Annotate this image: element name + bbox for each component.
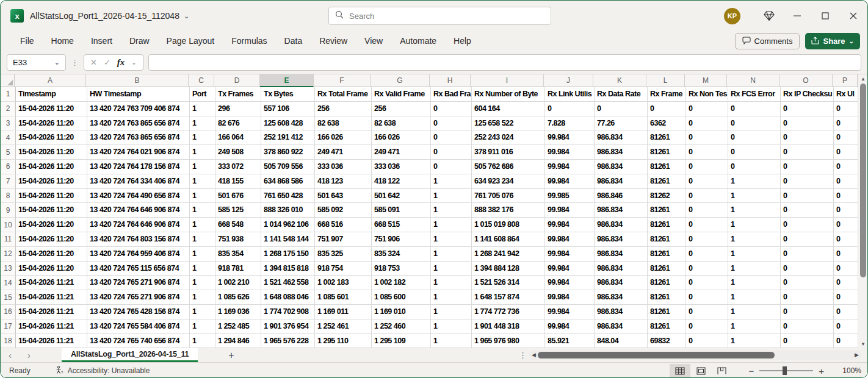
cell-A17[interactable]: 15-04-2026 11:21 xyxy=(16,319,87,334)
cell-L13[interactable]: 81261 xyxy=(648,262,686,276)
cell-N12[interactable]: 1 xyxy=(728,247,781,262)
cell-E1[interactable]: Tx Bytes xyxy=(261,87,315,102)
insert-function-icon[interactable]: fx xyxy=(117,57,125,68)
cell-A9[interactable]: 15-04-2026 11:20 xyxy=(16,203,87,218)
share-button[interactable]: Share ⌄ xyxy=(805,33,860,49)
cell-B2[interactable]: 13 420 724 763 709 406 874 xyxy=(87,102,190,116)
cell-K3[interactable]: 77.26 xyxy=(595,116,648,131)
cell-O17[interactable]: 0 xyxy=(781,319,834,334)
zoom-percentage[interactable]: 100% xyxy=(838,366,861,375)
cell-O18[interactable]: 0 xyxy=(781,334,834,348)
cell-B16[interactable]: 13 420 724 765 428 156 874 xyxy=(87,305,190,319)
drag-handle-icon[interactable]: ⋮ xyxy=(71,58,79,67)
cell-O4[interactable]: 0 xyxy=(781,130,834,145)
cell-G13[interactable]: 918 753 xyxy=(372,262,431,276)
cell-K14[interactable]: 986.834 xyxy=(595,276,648,290)
cell-B5[interactable]: 13 420 724 764 021 906 874 xyxy=(87,145,190,160)
cell-G7[interactable]: 418 122 xyxy=(372,174,431,189)
cell-K16[interactable]: 986.834 xyxy=(595,305,648,319)
cell-C9[interactable]: 1 xyxy=(190,203,215,218)
cell-P7[interactable]: 0 xyxy=(834,174,858,189)
column-header-F[interactable]: F xyxy=(314,74,371,87)
cell-E7[interactable]: 634 868 586 xyxy=(261,174,315,189)
add-sheet-button[interactable]: + xyxy=(198,350,234,361)
cell-M10[interactable]: 0 xyxy=(686,218,728,232)
cell-E13[interactable]: 1 394 815 818 xyxy=(261,262,315,276)
cell-C4[interactable]: 1 xyxy=(190,130,215,145)
cell-H13[interactable]: 1 xyxy=(431,262,472,276)
cell-P12[interactable]: 0 xyxy=(834,247,858,262)
cell-A10[interactable]: 15-04-2026 11:20 xyxy=(16,218,87,232)
cell-P2[interactable]: 0 xyxy=(834,102,858,116)
cell-P6[interactable]: 0 xyxy=(834,160,858,174)
cell-D15[interactable]: 1 085 626 xyxy=(215,290,261,305)
cell-A8[interactable]: 15-04-2026 11:20 xyxy=(16,189,87,204)
cell-E10[interactable]: 1 014 962 106 xyxy=(261,218,315,232)
cell-M9[interactable]: 0 xyxy=(686,203,728,218)
cell-N4[interactable]: 0 xyxy=(728,130,781,145)
menu-tab-draw[interactable]: Draw xyxy=(121,31,158,51)
comments-button[interactable]: Comments xyxy=(735,33,800,49)
cell-E15[interactable]: 1 648 088 046 xyxy=(261,290,315,305)
cell-P15[interactable]: 0 xyxy=(834,290,858,305)
cell-G8[interactable]: 501 642 xyxy=(372,189,431,204)
menu-tab-page-layout[interactable]: Page Layout xyxy=(158,31,223,51)
cell-L2[interactable]: 0 xyxy=(648,102,686,116)
cell-L10[interactable]: 81261 xyxy=(648,218,686,232)
cell-F7[interactable]: 418 123 xyxy=(315,174,372,189)
cell-N18[interactable]: 1 xyxy=(728,334,781,348)
cell-G16[interactable]: 1 169 010 xyxy=(372,305,431,319)
cell-F16[interactable]: 1 169 011 xyxy=(315,305,372,319)
cell-K1[interactable]: Rx Data Rate xyxy=(595,87,648,102)
cell-J8[interactable]: 99.985 xyxy=(545,189,595,204)
row-header-2[interactable]: 2 xyxy=(1,102,16,116)
name-box[interactable]: E33 ⌄ xyxy=(7,54,66,71)
menu-tab-formulas[interactable]: Formulas xyxy=(223,31,275,51)
cell-I15[interactable]: 1 648 157 874 xyxy=(472,290,545,305)
cell-G5[interactable]: 249 471 xyxy=(372,145,431,160)
cell-P18[interactable]: 0 xyxy=(834,334,858,348)
cell-H7[interactable]: 1 xyxy=(431,174,472,189)
column-header-C[interactable]: C xyxy=(189,74,214,87)
cell-D14[interactable]: 1 002 210 xyxy=(215,276,261,290)
row-header-5[interactable]: 5 xyxy=(1,145,16,160)
cell-E9[interactable]: 888 326 010 xyxy=(261,203,315,218)
column-header-J[interactable]: J xyxy=(544,74,593,87)
cell-N8[interactable]: 1 xyxy=(728,189,781,204)
cell-L14[interactable]: 81261 xyxy=(648,276,686,290)
cell-D12[interactable]: 835 354 xyxy=(215,247,261,262)
prev-sheet-icon[interactable]: ‹ xyxy=(1,348,20,362)
zoom-slider[interactable] xyxy=(759,370,813,371)
cell-C7[interactable]: 1 xyxy=(190,174,215,189)
cell-G10[interactable]: 668 515 xyxy=(372,218,431,232)
cell-J13[interactable]: 99.984 xyxy=(545,262,595,276)
cell-K2[interactable]: 0 xyxy=(595,102,648,116)
cell-A12[interactable]: 15-04-2026 11:20 xyxy=(16,247,87,262)
cell-B10[interactable]: 13 420 724 764 646 906 874 xyxy=(87,218,190,232)
cell-B11[interactable]: 13 420 724 764 803 156 874 xyxy=(87,232,190,247)
column-header-D[interactable]: D xyxy=(214,74,260,87)
menu-tab-insert[interactable]: Insert xyxy=(82,31,121,51)
cell-D6[interactable]: 333 072 xyxy=(215,160,261,174)
cell-O7[interactable]: 0 xyxy=(781,174,834,189)
cell-B9[interactable]: 13 420 724 764 646 906 874 xyxy=(87,203,190,218)
row-header-11[interactable]: 11 xyxy=(1,232,16,247)
cell-B6[interactable]: 13 420 724 764 178 156 874 xyxy=(87,160,190,174)
cell-O12[interactable]: 0 xyxy=(781,247,834,262)
cell-A7[interactable]: 15-04-2026 11:20 xyxy=(16,174,87,189)
cell-F5[interactable]: 249 471 xyxy=(315,145,372,160)
cell-G11[interactable]: 751 906 xyxy=(372,232,431,247)
row-header-14[interactable]: 14 xyxy=(1,276,16,290)
cell-H2[interactable]: 0 xyxy=(431,102,472,116)
cell-E14[interactable]: 1 521 462 558 xyxy=(261,276,315,290)
cell-E11[interactable]: 1 141 548 144 xyxy=(261,232,315,247)
cell-G9[interactable]: 585 091 xyxy=(372,203,431,218)
cell-C2[interactable]: 1 xyxy=(190,102,215,116)
cell-F15[interactable]: 1 085 601 xyxy=(315,290,372,305)
cell-N13[interactable]: 1 xyxy=(728,262,781,276)
cell-G12[interactable]: 835 324 xyxy=(372,247,431,262)
cell-H11[interactable]: 1 xyxy=(431,232,472,247)
more-options-icon[interactable]: ⋮ xyxy=(519,351,527,360)
cell-C15[interactable]: 1 xyxy=(190,290,215,305)
cell-G3[interactable]: 82 638 xyxy=(372,116,431,131)
